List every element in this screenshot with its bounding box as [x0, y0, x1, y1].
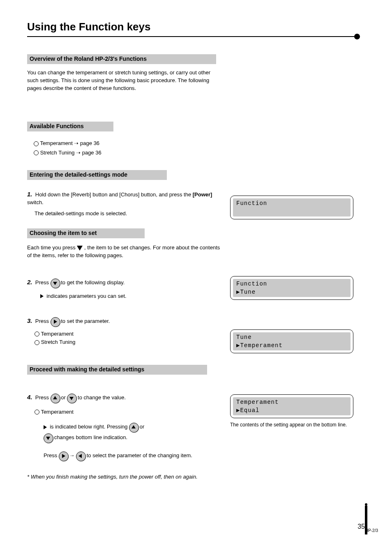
section-heading: Available Functions: [30, 123, 84, 129]
section-heading-bar: Proceed with making the detailed setting…: [27, 365, 207, 375]
step-text: →: [69, 452, 76, 458]
list-item-label: Temperament ➝ page 36: [40, 140, 99, 146]
body-text: Each time you press: [27, 244, 77, 251]
lcd-display: Function: [230, 196, 353, 219]
header-rule: [27, 36, 360, 37]
lcd-line2: ▶Equal: [236, 407, 259, 414]
list-item-label: Temperament: [41, 331, 73, 337]
lcd-display: Function ▶Tune: [230, 276, 353, 300]
list-item: Temperament ➝ page 36: [34, 140, 101, 147]
section-heading: Entering the detailed-settings mode: [30, 171, 127, 178]
list-item: Stretch Tuning: [35, 339, 220, 346]
right-arrow-icon: [40, 294, 44, 298]
step-footnote: * When you finish making the settings, t…: [27, 473, 220, 481]
step-text: is indicated below right. Pressing: [50, 424, 129, 430]
step-text: Press: [44, 452, 59, 458]
lcd-display: Temperament ▶Equal: [230, 394, 353, 418]
step-text: Press: [35, 394, 51, 401]
step-text: to change the value.: [78, 394, 126, 401]
left-button-icon: [76, 451, 85, 461]
list-item: Stretch Tuning ➝ page 36: [34, 149, 101, 157]
power-button-label: [Power]: [193, 191, 212, 198]
section-heading-bar: Choosing the item to set: [27, 228, 145, 238]
step-note: indicates parameters you can set.: [46, 293, 126, 299]
step-text: switch.: [27, 199, 44, 205]
up-button-icon: [51, 394, 60, 403]
step-text: to get the following display.: [61, 279, 125, 286]
list-item-label: Temperament: [41, 409, 73, 415]
bullet-circle-icon: [34, 141, 39, 146]
down-arrow-icon: [77, 246, 83, 251]
right-button-icon: [59, 451, 68, 461]
section-heading-bar: Entering the detailed-settings mode: [27, 170, 167, 180]
lcd-line2: ▶Temperament: [236, 342, 283, 349]
section-heading: Overview of the Roland HP-2/3's Function…: [30, 55, 147, 62]
section-body: You can change the temperament or stretc…: [27, 69, 216, 92]
page-title: Using the Function keys: [27, 21, 151, 33]
step-text: Press: [35, 318, 51, 324]
right-button-icon: [51, 317, 60, 326]
step-text: Hold down the [Reverb] button and [Choru…: [35, 191, 193, 198]
list-item: Temperament: [35, 330, 220, 338]
lcd-line1: Function: [236, 200, 267, 207]
down-button-icon: [44, 433, 53, 442]
header-dot-icon: [354, 34, 360, 39]
right-arrow-icon: [44, 425, 47, 429]
section-heading: Proceed with making the detailed setting…: [30, 366, 144, 373]
step-text: to select the parameter of the changing …: [87, 452, 192, 458]
bullet-circle-icon: [35, 410, 39, 415]
step-text: changes bottom line indication.: [54, 434, 128, 440]
lcd-display: Tune ▶Temperament: [230, 329, 353, 353]
lcd-line2: ▶Tune: [236, 288, 256, 295]
step-text: or: [61, 394, 67, 401]
down-button-icon: [51, 279, 60, 288]
section-heading: Choosing the item to set: [30, 230, 97, 236]
lcd-line1: Tune: [236, 334, 252, 341]
step-note: The detailed-settings mode is selected.: [35, 210, 220, 218]
list-item-label: Stretch Tuning ➝ page 36: [40, 150, 101, 156]
lcd-caption: The contents of the setting appear on th…: [230, 421, 353, 428]
bullet-circle-icon: [35, 332, 39, 336]
up-button-icon: [129, 423, 138, 432]
list-item-label: Stretch Tuning: [41, 339, 76, 345]
lcd-line1: Temperament: [236, 399, 279, 405]
bullet-circle-icon: [34, 150, 39, 155]
down-button-icon: [67, 394, 76, 403]
step-text: Press: [35, 279, 51, 286]
step-number: 2.: [27, 279, 32, 286]
page-number: 35: [357, 523, 365, 530]
lcd-line1: Function: [236, 281, 267, 287]
step-number: 4.: [27, 394, 32, 401]
step-number: 1.: [27, 191, 32, 198]
section-heading-bar: Overview of the Roland HP-2/3's Function…: [27, 54, 216, 64]
step-text: to set the parameter.: [61, 318, 110, 324]
step-text: or: [140, 424, 145, 430]
step-number: 3.: [27, 317, 32, 324]
thumb-tab-label: HP-2/3: [365, 528, 378, 533]
bullet-circle-icon: [35, 340, 39, 345]
section-heading-bar: Available Functions: [27, 122, 113, 131]
